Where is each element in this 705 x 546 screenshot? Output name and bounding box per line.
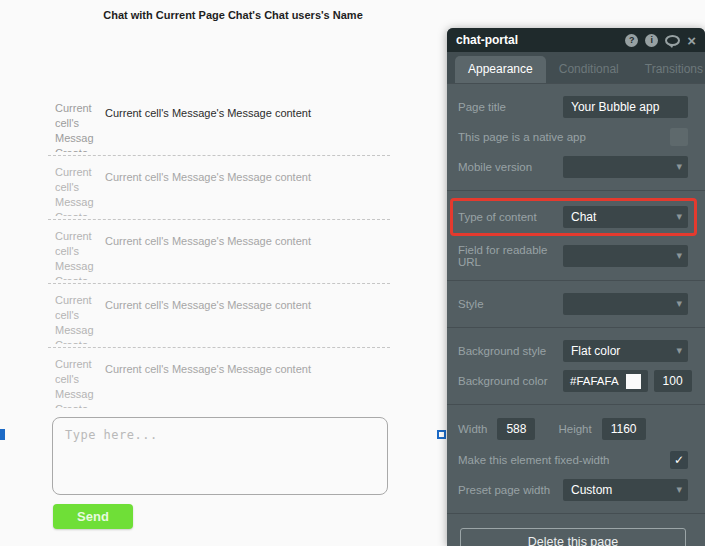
background-color-hex: #FAFAFA — [570, 375, 619, 387]
chat-page-title[interactable]: Chat with Current Page Chat's Chat users… — [0, 9, 466, 21]
preset-width-label: Preset page width — [458, 484, 563, 496]
selection-handle-right[interactable] — [437, 430, 446, 439]
background-color-picker[interactable]: #FAFAFA — [563, 370, 648, 392]
section-style: Style — [447, 280, 705, 327]
message-sender-label: Current cell's Messag Creato — [55, 293, 98, 344]
readable-url-dropdown[interactable] — [563, 245, 688, 267]
message-content-label: Current cell's Message's Message content — [105, 235, 311, 247]
fixed-width-label: Make this element fixed-width — [458, 454, 670, 466]
background-style-dropdown[interactable]: Flat color — [563, 340, 688, 362]
height-label: Height — [558, 423, 591, 435]
message-content-label: Current cell's Message's Message content — [105, 363, 311, 375]
delete-page-button[interactable]: Delete this page — [460, 528, 686, 546]
message-sender-label: Current cell's Messag Creato — [55, 165, 98, 216]
panel-header-icons: ? i × — [625, 34, 696, 47]
section-page-settings: Page title Your Bubble app This page is … — [447, 83, 705, 190]
style-label: Style — [458, 298, 563, 310]
message-list: Current cell's Messag Creato Current cel… — [48, 92, 390, 412]
tab-appearance[interactable]: Appearance — [455, 56, 546, 83]
background-color-label: Background color — [458, 375, 563, 387]
type-of-content-label: Type of content — [458, 211, 563, 223]
message-sender-label: Current cell's Messag Creato — [55, 357, 98, 408]
message-row[interactable]: Current cell's Messag Creato Current cel… — [48, 92, 390, 156]
message-content-label: Current cell's Message's Message content — [105, 299, 311, 311]
style-dropdown[interactable] — [563, 293, 688, 315]
preset-width-dropdown[interactable]: Custom — [563, 479, 688, 501]
panel-title: chat-portal — [456, 33, 625, 47]
info-icon[interactable]: i — [645, 34, 658, 47]
section-dimensions: Width 588 Height 1160 Make this element … — [447, 404, 705, 513]
height-input[interactable]: 1160 — [602, 418, 646, 440]
mobile-version-dropdown[interactable] — [563, 156, 688, 178]
section-background: Background style Flat color Background c… — [447, 327, 705, 404]
message-row[interactable]: Current cell's Messag Creato Current cel… — [48, 156, 390, 220]
panel-tabs: Appearance Conditional Transitions — [447, 52, 705, 83]
mobile-version-label: Mobile version — [458, 161, 563, 173]
page-title-label: Page title — [458, 101, 563, 113]
type-of-content-dropdown[interactable]: Chat — [563, 206, 688, 228]
message-row[interactable]: Current cell's Messag Creato Current cel… — [48, 348, 390, 412]
section-content-type: Type of content Chat Field for readable … — [447, 190, 705, 280]
message-sender-label: Current cell's Messag Creato — [55, 101, 98, 152]
background-opacity-input[interactable]: 100 — [654, 370, 692, 392]
background-style-label: Background style — [458, 345, 563, 357]
close-icon[interactable]: × — [687, 34, 696, 47]
section-delete: Delete this page — [447, 513, 705, 546]
tab-transitions[interactable]: Transitions — [632, 56, 705, 83]
tab-conditional[interactable]: Conditional — [546, 56, 632, 83]
send-button[interactable]: Send — [53, 504, 133, 529]
width-input[interactable]: 588 — [497, 418, 535, 440]
selection-handle-left[interactable] — [0, 429, 5, 440]
message-row[interactable]: Current cell's Messag Creato Current cel… — [48, 284, 390, 348]
message-sender-label: Current cell's Messag Creato — [55, 229, 98, 280]
color-swatch[interactable] — [626, 374, 641, 389]
message-content-label: Current cell's Message's Message content — [105, 107, 311, 119]
width-label: Width — [458, 423, 487, 435]
native-app-label: This page is a native app — [458, 131, 670, 143]
property-editor-panel: chat-portal ? i × Appearance Conditional… — [447, 28, 705, 546]
help-icon[interactable]: ? — [625, 34, 638, 47]
panel-header: chat-portal ? i × — [447, 28, 705, 52]
message-input-placeholder: Type here... — [65, 428, 375, 442]
type-of-content-highlight: Type of content Chat — [450, 198, 697, 236]
message-row[interactable]: Current cell's Messag Creato Current cel… — [48, 220, 390, 284]
readable-url-label: Field for readable URL — [458, 244, 563, 268]
page-title-input[interactable]: Your Bubble app — [563, 96, 688, 118]
message-content-label: Current cell's Message's Message content — [105, 171, 311, 183]
fixed-width-checkbox[interactable] — [670, 451, 688, 469]
message-input[interactable]: Type here... — [52, 417, 388, 495]
native-app-checkbox[interactable] — [670, 128, 688, 146]
comment-icon[interactable] — [665, 35, 680, 46]
